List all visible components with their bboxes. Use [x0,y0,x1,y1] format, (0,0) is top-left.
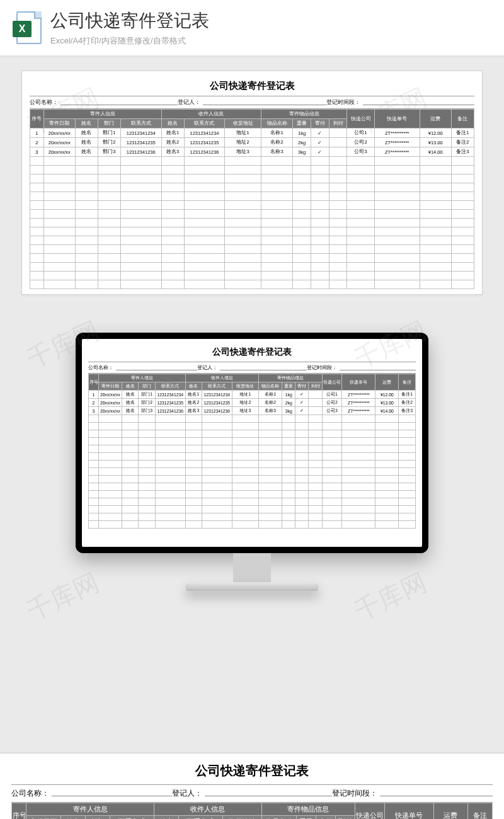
sheet-title: 公司快递寄件登记表 [30,77,474,96]
excel-badge: X [13,21,32,37]
table-row [89,445,416,453]
table-row [30,175,474,183]
table-row [30,201,474,210]
col-date: 寄件日期 [43,119,75,129]
recorder-label: 登记人： [178,98,200,106]
bottom-sheet-strip: 公司快递寄件登记表 公司名称： 登记人： 登记时间段： 序号寄件人信息收件人信息… [0,753,504,819]
col-goods-name: 物品名称 [259,382,282,391]
table-row: 220xx/xx/xx姓名部门212312341235姓名21231234123… [30,138,474,147]
col-date: 寄件日期 [98,382,122,391]
table-row [89,415,416,423]
group-sender: 寄件人信息 [98,374,185,382]
table-row [30,280,474,289]
table-row [89,468,416,476]
info-row: 公司名称： 登记人： 登记时间段： [30,96,474,109]
group-sender: 寄件人信息 [43,110,161,119]
table-row: 120xx/xx/xx姓名部门112312341234姓名11231234123… [89,391,416,399]
col-rcontact: 联系方式 [202,382,232,391]
table-row [89,476,416,483]
col-fee: 运费 [375,374,399,391]
col-goods-name: 物品名称 [262,816,297,820]
table-row [89,491,416,498]
col-rcontact: 联系方式 [178,816,222,820]
table-row [89,430,416,438]
col-weight: 重量 [293,119,311,129]
group-sender: 寄件人信息 [26,803,154,816]
excel-file-icon: X [13,9,42,46]
col-contact: 联系方式 [155,382,185,391]
table-row: 320xx/xx/xx姓名部门312312341236姓名31231234123… [89,407,416,415]
col-raddr: 收货地址 [222,816,261,820]
col-rcontact: 联系方式 [184,119,225,129]
table-row [30,254,474,263]
group-receiver: 收件人信息 [185,374,258,382]
table-row: 120xx/xx/xx姓名部门112312341234姓名11231234123… [30,129,474,138]
col-fee: 运费 [433,803,468,820]
table-row [89,438,416,445]
col-raddr: 收货地址 [232,382,258,391]
table-row [30,166,474,175]
table-row [30,157,474,166]
col-collect: 到付 [309,382,322,391]
page-header: X 公司快递寄件登记表 Excel/A4打印/内容随意修改/自带格式 [0,0,504,55]
table-row [30,227,474,236]
col-remark: 备注 [451,110,474,129]
col-rname: 姓名 [154,816,178,820]
table-row [89,521,416,529]
table-row: 220xx/xx/xx姓名部门212312341235姓名21231234123… [89,399,416,407]
col-courier: 快递公司 [347,110,374,129]
col-courier: 快递公司 [322,374,342,391]
table-row [89,483,416,491]
monitor-mockup: 公司快递寄件登记表 公司名称： 登记人： 登记时间段： 序号寄件人信息收件人信息… [0,333,504,591]
col-date: 寄件日期 [26,816,61,820]
col-seq: 序号 [30,110,44,129]
col-dept: 部门 [85,816,110,820]
col-raddr: 收货地址 [225,119,261,129]
table-row [30,219,474,227]
col-contact: 联系方式 [110,816,154,820]
col-weight: 重量 [296,816,316,820]
group-receiver: 收件人信息 [154,803,261,816]
table-row [30,245,474,254]
group-goods: 寄件物品信息 [262,803,355,816]
spreadsheet-table: 序号寄件人信息收件人信息寄件物品信息快递公司快递单号运费备注寄件日期姓名部门联系… [11,803,493,819]
company-label: 公司名称： [30,98,58,106]
col-courier: 快递公司 [355,803,384,820]
table-row [30,183,474,192]
table-row [30,263,474,272]
col-weight: 重量 [282,382,295,391]
col-collect: 到付 [329,119,347,129]
col-seq: 序号 [89,374,99,391]
col-seq: 序号 [12,803,26,820]
col-collect: 到付 [335,816,355,820]
spreadsheet-table: 序号寄件人信息收件人信息寄件物品信息快递公司快递单号运费备注寄件日期姓名部门联系… [30,109,474,289]
col-tracking: 快递单号 [384,803,433,820]
col-goods-name: 物品名称 [261,119,292,129]
table-row [30,272,474,280]
col-rname: 姓名 [161,119,184,129]
col-rname: 姓名 [185,382,202,391]
col-dept: 部门 [139,382,155,391]
col-name: 姓名 [122,382,138,391]
sheet-preview-card: 公司快递寄件登记表 公司名称： 登记人： 登记时间段： 序号寄件人信息收件人信息… [21,71,483,295]
table-row [30,192,474,201]
table-row [89,461,416,468]
page-title: 公司快递寄件登记表 [50,9,491,33]
info-row: 公司名称： 登记人： 登记时间段： [88,362,416,374]
col-remark: 备注 [399,374,416,391]
page-subtitle: Excel/A4打印/内容随意修改/自带格式 [50,35,491,47]
col-prepaid: 寄付 [295,382,309,391]
col-prepaid: 寄付 [316,816,335,820]
col-name: 姓名 [60,816,85,820]
table-row [30,210,474,219]
col-name: 姓名 [75,119,98,129]
col-remark: 备注 [468,803,493,820]
spreadsheet-table: 序号寄件人信息收件人信息寄件物品信息快递公司快递单号运费备注寄件日期姓名部门联系… [88,374,416,529]
period-label: 登记时间段： [326,98,360,106]
sheet-title: 公司快递寄件登记表 [88,344,416,362]
col-tracking: 快递单号 [374,110,420,129]
table-row [89,506,416,513]
table-row [89,423,416,430]
table-row [89,453,416,461]
group-receiver: 收件人信息 [161,110,261,119]
